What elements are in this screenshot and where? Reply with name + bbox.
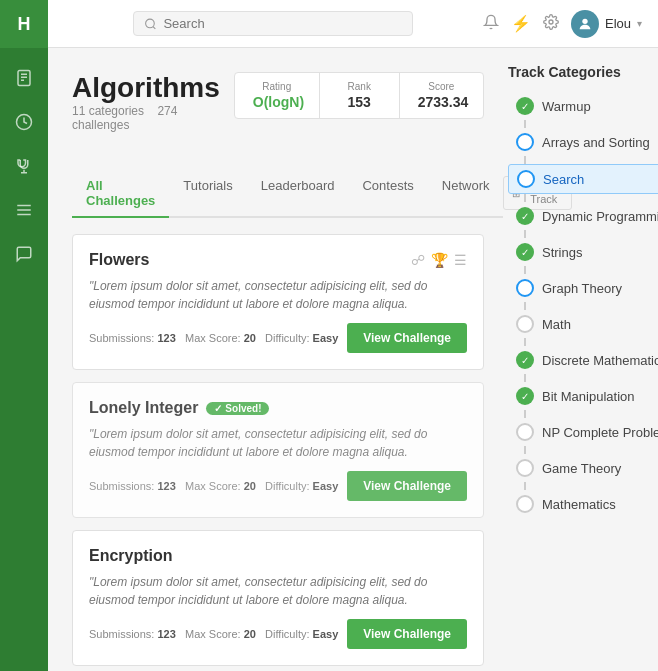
page-title: Algorithms bbox=[72, 72, 234, 104]
card-header: Lonely Integer ✓ Solved! bbox=[89, 399, 467, 417]
user-badge[interactable]: Elou ▾ bbox=[571, 10, 642, 38]
bookmark-icon[interactable]: ☍ bbox=[411, 252, 425, 268]
category-dot bbox=[516, 459, 534, 477]
connector bbox=[524, 266, 526, 274]
category-item-strings[interactable]: ✓ Strings bbox=[508, 238, 658, 266]
challenge-title: Flowers bbox=[89, 251, 149, 269]
tab-contests[interactable]: Contests bbox=[348, 170, 427, 218]
category-item-mathematics[interactable]: Mathematics bbox=[508, 490, 658, 518]
card-footer: Submissions: 123 Max Score: 20 Difficult… bbox=[89, 619, 467, 649]
challenge-title: Lonely Integer bbox=[89, 399, 198, 417]
connector bbox=[524, 338, 526, 346]
challenge-card: Flowers ☍ 🏆 ☰ "Lorem ipsum dolor sit ame… bbox=[72, 234, 484, 370]
category-item-graph[interactable]: Graph Theory bbox=[508, 274, 658, 302]
svg-line-9 bbox=[153, 26, 155, 28]
sidebar-item-chat[interactable] bbox=[0, 232, 48, 276]
connector bbox=[524, 302, 526, 310]
avatar bbox=[571, 10, 599, 38]
card-footer: Submissions: 123 Max Score: 20 Difficult… bbox=[89, 471, 467, 501]
notification-icon[interactable] bbox=[483, 14, 499, 34]
trophy-small-icon[interactable]: 🏆 bbox=[431, 252, 448, 268]
category-item-bit[interactable]: ✓ Bit Manipulation bbox=[508, 382, 658, 410]
category-label: Bit Manipulation bbox=[542, 389, 635, 404]
check-icon: ✓ bbox=[214, 403, 222, 414]
card-header: Flowers ☍ 🏆 ☰ bbox=[89, 251, 467, 269]
challenges-list: Flowers ☍ 🏆 ☰ "Lorem ipsum dolor sit ame… bbox=[72, 234, 484, 671]
card-icons: ☍ 🏆 ☰ bbox=[411, 252, 467, 268]
challenge-body: "Lorem ipsum dolor sit amet, consectetur… bbox=[89, 573, 467, 609]
tabs: All Challenges Tutorials Leaderboard Con… bbox=[72, 170, 503, 218]
sidebar-item-clock[interactable] bbox=[0, 100, 48, 144]
card-meta: Submissions: 123 Max Score: 20 Difficult… bbox=[89, 332, 338, 344]
settings-icon[interactable] bbox=[543, 14, 559, 34]
stat-rating: Rating O(logN) bbox=[235, 73, 320, 118]
category-label: Game Theory bbox=[542, 461, 621, 476]
search-input[interactable] bbox=[163, 16, 402, 31]
content-area: Algorithms 11 categories 274 challenges … bbox=[48, 48, 508, 671]
category-dot bbox=[516, 495, 534, 513]
category-label: Math bbox=[542, 317, 571, 332]
page-subtitle: 11 categories 274 challenges bbox=[72, 104, 234, 132]
category-label: Dynamic Programming bbox=[542, 209, 658, 224]
card-header: Encryption bbox=[89, 547, 467, 565]
stat-score: Score 2733.34 bbox=[400, 73, 483, 118]
sidebar-item-list[interactable] bbox=[0, 188, 48, 232]
category-dot bbox=[517, 170, 535, 188]
category-dot: ✓ bbox=[516, 97, 534, 115]
category-item-math[interactable]: Math bbox=[508, 310, 658, 338]
challenge-body: "Lorem ipsum dolor sit amet, consectetur… bbox=[89, 425, 467, 461]
category-label: Warmup bbox=[542, 99, 591, 114]
score-label: Score bbox=[418, 81, 465, 92]
tabs-row: All Challenges Tutorials Leaderboard Con… bbox=[72, 154, 484, 234]
page-header: Algorithms 11 categories 274 challenges … bbox=[72, 72, 484, 148]
card-meta: Submissions: 123 Max Score: 20 Difficult… bbox=[89, 628, 338, 640]
stats-bar: Rating O(logN) Rank 153 Score 2733.34 bbox=[234, 72, 484, 119]
category-item-np[interactable]: NP Complete Problems bbox=[508, 418, 658, 446]
challenge-body: "Lorem ipsum dolor sit amet, consectetur… bbox=[89, 277, 467, 313]
category-item-discrete-math[interactable]: ✓ Discrete Mathematics bbox=[508, 346, 658, 374]
tab-tutorials[interactable]: Tutorials bbox=[169, 170, 246, 218]
svg-point-11 bbox=[582, 18, 587, 23]
list-small-icon[interactable]: ☰ bbox=[454, 252, 467, 268]
sidebar-item-document[interactable] bbox=[0, 56, 48, 100]
category-item-game-theory[interactable]: Game Theory bbox=[508, 454, 658, 482]
category-label: Search bbox=[543, 172, 584, 187]
connector bbox=[524, 156, 526, 164]
category-dot bbox=[516, 423, 534, 441]
solved-badge: ✓ Solved! bbox=[206, 402, 269, 415]
category-item-search[interactable]: Search bbox=[508, 164, 658, 194]
connector bbox=[524, 194, 526, 202]
svg-point-8 bbox=[146, 19, 155, 28]
category-dot bbox=[516, 279, 534, 297]
tab-network[interactable]: Network bbox=[428, 170, 504, 218]
svg-point-10 bbox=[549, 20, 553, 24]
tab-all-challenges[interactable]: All Challenges bbox=[72, 170, 169, 218]
search-box[interactable] bbox=[133, 11, 413, 36]
challenge-title: Encryption bbox=[89, 547, 173, 565]
right-panel: Track Categories ✓ Warmup Arrays and Sor… bbox=[508, 48, 658, 671]
search-icon bbox=[144, 17, 157, 31]
score-value: 2733.34 bbox=[418, 94, 465, 110]
category-item-arrays[interactable]: Arrays and Sorting bbox=[508, 128, 658, 156]
card-meta: Submissions: 123 Max Score: 20 Difficult… bbox=[89, 480, 338, 492]
category-dot: ✓ bbox=[516, 387, 534, 405]
category-dot: ✓ bbox=[516, 351, 534, 369]
tab-leaderboard[interactable]: Leaderboard bbox=[247, 170, 349, 218]
lightning-icon[interactable]: ⚡ bbox=[511, 14, 531, 33]
category-item-warmup[interactable]: ✓ Warmup bbox=[508, 92, 658, 120]
user-name: Elou bbox=[605, 16, 631, 31]
sidebar: H bbox=[0, 0, 48, 671]
category-label: Discrete Mathematics bbox=[542, 353, 658, 368]
topnav-icons: ⚡ Elou ▾ bbox=[483, 10, 642, 38]
view-challenge-button[interactable]: View Challenge bbox=[347, 323, 467, 353]
view-challenge-button[interactable]: View Challenge bbox=[347, 619, 467, 649]
sidebar-item-trophy[interactable] bbox=[0, 144, 48, 188]
categories-count: 11 categories bbox=[72, 104, 144, 118]
category-item-dp[interactable]: ✓ Dynamic Programming bbox=[508, 202, 658, 230]
rank-label: Rank bbox=[338, 81, 381, 92]
solved-label: Solved! bbox=[225, 403, 261, 414]
connector bbox=[524, 446, 526, 454]
sidebar-logo[interactable]: H bbox=[0, 0, 48, 48]
connector bbox=[524, 120, 526, 128]
view-challenge-button[interactable]: View Challenge bbox=[347, 471, 467, 501]
